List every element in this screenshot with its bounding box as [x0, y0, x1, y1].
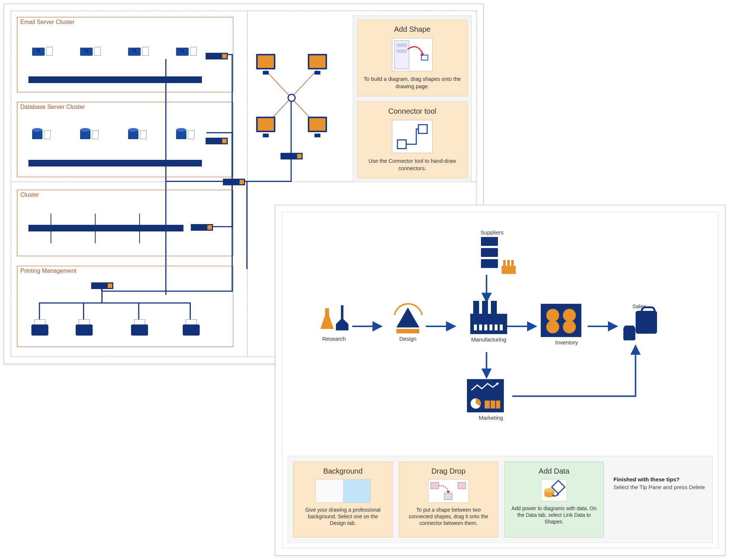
ethernet-bus-icon[interactable]	[28, 160, 202, 166]
ethernet-bus-icon[interactable]	[28, 76, 202, 83]
guide-vertical	[247, 11, 248, 357]
finish-heading: Finished with these tips?	[613, 476, 705, 482]
tip-background[interactable]: Background Give your drawing a professio…	[293, 461, 393, 537]
workstation-icon[interactable]	[308, 54, 327, 69]
tip-thumbnail	[428, 479, 469, 503]
multifunction-printer-icon[interactable]	[130, 321, 149, 336]
node-label: Manufacturing	[465, 336, 513, 343]
db-server-icon[interactable]	[32, 128, 51, 139]
tip-thumbnail	[392, 120, 433, 153]
db-server-icon[interactable]	[80, 128, 99, 139]
node-sales[interactable]: Sales	[619, 301, 660, 340]
suppliers-icon	[481, 237, 503, 274]
svg-line-0	[265, 70, 291, 98]
cluster-email[interactable]: Email Server Cluster	[17, 17, 233, 92]
node-manufacturing[interactable]: Manufacturing	[465, 301, 513, 343]
bus-node-icon	[95, 214, 96, 243]
node-label: Suppliers	[470, 229, 514, 236]
cluster-database[interactable]: Database Server Cluster	[17, 102, 233, 177]
tip-title: Drag Drop	[405, 467, 492, 475]
switch-icon[interactable]	[191, 224, 213, 231]
switch-icon[interactable]	[206, 138, 228, 144]
svg-rect-6	[397, 44, 407, 47]
workstation-icon[interactable]	[308, 117, 327, 132]
tip-drag-drop[interactable]: Drag Drop To put a shape between two con…	[399, 461, 498, 537]
node-label: Research	[312, 336, 356, 342]
cluster-email-title: Email Server Cluster	[20, 19, 75, 25]
inventory-icon	[541, 304, 581, 337]
tip-body: Give your drawing a professional backgro…	[299, 506, 386, 527]
svg-rect-19	[431, 482, 439, 489]
bus-node-icon	[51, 214, 51, 243]
drawing-canvas-2[interactable]: Suppliers Research Design Manufacturing	[282, 212, 718, 549]
tip-add-data[interactable]: Add Data Add power to diagrams with data…	[504, 461, 604, 537]
sales-icon	[622, 311, 657, 340]
mail-server-icon[interactable]	[80, 47, 101, 56]
tip-title: Add Shape	[363, 25, 461, 34]
process-diagram-window: Suppliers Research Design Manufacturing	[275, 205, 725, 556]
mail-server-icon[interactable]	[32, 47, 53, 56]
workstation-icon[interactable]	[256, 117, 275, 132]
printer-icon[interactable]	[30, 321, 50, 336]
cluster-printing-title: Printing Management	[20, 268, 76, 274]
cluster-printing[interactable]: Printing Management	[17, 266, 233, 347]
node-suppliers[interactable]: Suppliers	[470, 227, 514, 274]
node-design[interactable]: Design	[386, 304, 430, 342]
tip-body: To build a diagram, drag shapes onto the…	[363, 76, 461, 90]
hub-icon[interactable]	[288, 94, 296, 102]
printer-icon[interactable]	[74, 321, 94, 336]
svg-rect-11	[419, 125, 427, 134]
svg-rect-21	[444, 493, 452, 499]
node-inventory[interactable]: Inventory	[541, 304, 592, 346]
node-label: Inventory	[541, 339, 592, 346]
tip-title: Add Data	[510, 467, 598, 475]
node-label: Design	[386, 336, 430, 342]
tip-add-shape[interactable]: Add Shape To build a diagram, drag shape…	[357, 20, 468, 96]
svg-rect-7	[397, 49, 407, 53]
tip-body: To put a shape between two connected sha…	[405, 506, 492, 527]
switch-icon[interactable]	[91, 282, 113, 289]
tip-thumbnail	[315, 479, 371, 503]
research-icon	[317, 304, 351, 333]
svg-line-1	[291, 70, 317, 98]
db-server-icon[interactable]	[128, 128, 147, 139]
tips-pane[interactable]: Add Shape To build a diagram, drag shape…	[353, 16, 472, 182]
tips-pane[interactable]: Background Give your drawing a professio…	[288, 456, 713, 543]
tip-thumbnail	[392, 38, 433, 71]
cluster-generic-title: Cluster	[20, 192, 39, 198]
finish-body: Select the Tip Pane and press Delete	[613, 484, 705, 490]
tip-body: Add power to diagrams with data. On the …	[510, 505, 598, 525]
svg-marker-22	[446, 491, 450, 493]
tip-body: Use the Connector tool to hand-draw conn…	[363, 158, 461, 172]
node-marketing[interactable]: Marketing	[467, 379, 515, 421]
node-research[interactable]: Research	[312, 304, 356, 342]
node-label: Marketing	[467, 415, 515, 421]
multifunction-printer-icon[interactable]	[181, 321, 201, 336]
tip-thumbnail	[541, 479, 567, 501]
tip-connector-tool[interactable]: Connector tool Use the Connector tool to…	[357, 102, 468, 178]
mail-server-icon[interactable]	[128, 47, 149, 56]
cluster-generic[interactable]: Cluster	[17, 190, 233, 256]
cluster-database-title: Database Server Cluster	[20, 104, 85, 110]
ethernet-bus-icon[interactable]	[28, 225, 183, 231]
tips-finish-hint: Finished with these tips? Select the Tip…	[610, 461, 707, 537]
marketing-icon	[467, 379, 504, 412]
bus-node-icon	[139, 214, 140, 243]
core-switch-icon[interactable]	[223, 179, 245, 185]
tip-title: Connector tool	[363, 107, 461, 116]
svg-rect-10	[398, 140, 406, 149]
switch-icon[interactable]	[206, 53, 228, 59]
design-icon	[391, 304, 424, 333]
svg-rect-20	[458, 482, 465, 489]
factory-icon	[470, 301, 507, 334]
mail-server-icon[interactable]	[176, 47, 197, 56]
tip-title: Background	[299, 467, 386, 475]
db-server-icon[interactable]	[176, 128, 195, 139]
switch-icon[interactable]	[281, 153, 303, 159]
workstation-icon[interactable]	[256, 54, 275, 69]
